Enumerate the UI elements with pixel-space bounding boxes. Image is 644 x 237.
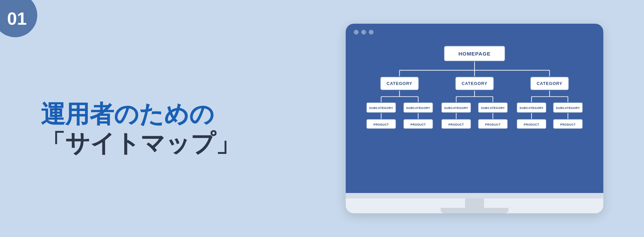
svg-text:HOMEPAGE: HOMEPAGE bbox=[458, 51, 490, 57]
monitor-base-wrapper bbox=[346, 208, 603, 213]
svg-text:SUBCATEGORY: SUBCATEGORY bbox=[520, 106, 544, 110]
monitor-dots bbox=[354, 30, 595, 35]
svg-text:PRODUCT: PRODUCT bbox=[524, 123, 539, 126]
badge-circle: 01 bbox=[0, 0, 37, 37]
svg-text:SUBCATEGORY: SUBCATEGORY bbox=[556, 106, 580, 110]
dot-1 bbox=[354, 30, 359, 35]
svg-text:CATEGORY: CATEGORY bbox=[537, 81, 562, 86]
left-section: 01 運用者のための 「サイトマップ」 bbox=[0, 0, 305, 237]
monitor-base bbox=[441, 208, 508, 213]
svg-text:PRODUCT: PRODUCT bbox=[410, 123, 426, 126]
monitor: HOMEPAGE CATEGORY CATEGORY CATEGORY SUBC… bbox=[346, 24, 603, 213]
svg-text:SUBCATEGORY: SUBCATEGORY bbox=[444, 106, 468, 110]
dot-3 bbox=[369, 30, 374, 35]
sitemap-tree: HOMEPAGE CATEGORY CATEGORY CATEGORY SUBC… bbox=[354, 41, 595, 170]
svg-text:PRODUCT: PRODUCT bbox=[448, 123, 464, 126]
svg-text:PRODUCT: PRODUCT bbox=[485, 123, 501, 126]
badge-number: 01 bbox=[7, 8, 27, 29]
main-title-line1: 運用者のための bbox=[41, 100, 305, 129]
monitor-ledge bbox=[346, 193, 603, 198]
svg-text:PRODUCT: PRODUCT bbox=[560, 123, 576, 126]
svg-text:CATEGORY: CATEGORY bbox=[462, 81, 487, 86]
monitor-neck bbox=[465, 198, 484, 208]
main-title-line2: 「サイトマップ」 bbox=[41, 129, 305, 158]
svg-text:SUBCATEGORY: SUBCATEGORY bbox=[406, 106, 430, 110]
monitor-neck-wrapper bbox=[346, 198, 603, 208]
right-section: HOMEPAGE CATEGORY CATEGORY CATEGORY SUBC… bbox=[305, 0, 644, 237]
svg-text:CATEGORY: CATEGORY bbox=[387, 81, 412, 86]
svg-text:SUBCATEGORY: SUBCATEGORY bbox=[369, 106, 393, 110]
svg-text:PRODUCT: PRODUCT bbox=[374, 123, 389, 126]
monitor-screen: HOMEPAGE CATEGORY CATEGORY CATEGORY SUBC… bbox=[346, 24, 603, 193]
svg-text:SUBCATEGORY: SUBCATEGORY bbox=[481, 106, 505, 110]
dot-2 bbox=[361, 30, 366, 35]
